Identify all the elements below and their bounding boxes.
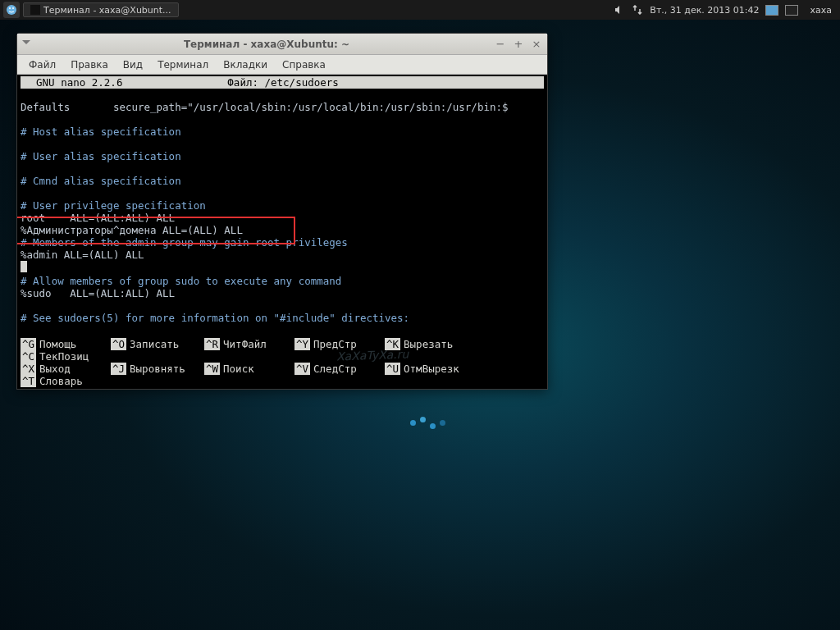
file-line: %Администраторы^домена ALL=(ALL) ALL (21, 224, 544, 236)
nano-shortcut: ^OЗаписать (111, 338, 201, 350)
nano-content[interactable]: Defaults secure_path="/usr/local/sbin:/u… (21, 89, 544, 336)
watermark: XaXaTyXa.ru (336, 347, 409, 363)
nano-shortcut: ^GПомощь (21, 338, 107, 350)
nano-shortcut: ^CТекПозиц (21, 350, 103, 363)
menu-справка[interactable]: Справка (276, 57, 332, 72)
file-line (21, 324, 544, 336)
nano-shortcuts: ^GПомощь^OЗаписать^RЧитФайл^YПредСтр^KВы… (17, 338, 547, 389)
nano-shortcut: ^WПоиск (204, 363, 291, 375)
file-line: # User privilege specification (21, 199, 544, 212)
file-line: Defaults secure_path="/usr/local/sbin:/u… (21, 101, 544, 113)
nano-shortcut: ^UОтмВырезк (385, 363, 472, 375)
menu-терминал[interactable]: Терминал (151, 57, 215, 72)
network-icon[interactable] (632, 4, 643, 16)
svg-point-1 (9, 7, 11, 9)
nano-header: GNU nano 2.2.6 Файл: /etc/sudoers (21, 76, 544, 89)
menu-вкладки[interactable]: Вкладки (217, 57, 274, 72)
file-line (21, 299, 544, 312)
taskbar-app-terminal[interactable]: Терминал - xaxa@Xubunt... (23, 2, 179, 17)
nano-shortcut: ^RЧитФайл (204, 338, 291, 350)
close-button[interactable]: × (531, 39, 542, 50)
svg-point-0 (7, 5, 16, 15)
nano-shortcut: ^VСледСтр (294, 363, 381, 375)
file-line: # Members of the admin group may gain ro… (21, 236, 544, 249)
file-line: # See sudoers(5) for more information on… (21, 312, 544, 324)
clock[interactable]: Вт., 31 дек. 2013 01:42 (650, 5, 759, 16)
file-line: # Host alias specification (21, 126, 544, 138)
terminal-body[interactable]: GNU nano 2.2.6 Файл: /etc/sudoers Defaul… (17, 75, 547, 389)
file-line (21, 113, 544, 126)
terminal-icon (30, 5, 40, 15)
file-line: # Cmnd alias specification (21, 175, 544, 187)
nano-shortcut: ^JВыровнять (111, 363, 201, 375)
nano-shortcut: ^TСловарь (21, 375, 103, 387)
workspace-2[interactable] (785, 5, 798, 16)
workspace-1[interactable] (765, 5, 778, 16)
taskbar-app-label: Терминал - xaxa@Xubunt... (43, 5, 171, 16)
file-line: %admin ALL=(ALL) ALL (21, 249, 544, 261)
menu-вид[interactable]: Вид (116, 57, 149, 72)
loading-indicator (410, 420, 445, 426)
window-menu-icon[interactable] (22, 39, 34, 50)
user-label[interactable]: xaxa (805, 5, 837, 16)
file-line: root ALL=(ALL:ALL) ALL (21, 212, 544, 224)
maximize-button[interactable]: + (513, 39, 524, 50)
file-line: # Allow members of group sudo to execute… (21, 275, 544, 287)
file-line: # User alias specification (21, 150, 544, 162)
taskbar: Терминал - xaxa@Xubunt... Вт., 31 дек. 2… (0, 0, 840, 20)
file-line (21, 187, 544, 199)
window-titlebar[interactable]: Терминал - xaxa@Xubuntu: ~ − + × (17, 34, 547, 55)
minimize-button[interactable]: − (495, 39, 506, 50)
file-line (21, 89, 544, 101)
applications-menu-icon[interactable] (3, 2, 20, 18)
menu-правка[interactable]: Правка (64, 57, 115, 72)
file-line (21, 162, 544, 175)
terminal-window: Терминал - xaxa@Xubuntu: ~ − + × ФайлПра… (16, 33, 548, 390)
file-line: %sudo ALL=(ALL:ALL) ALL (21, 287, 544, 299)
volume-icon[interactable] (614, 4, 625, 16)
menu-файл[interactable]: Файл (22, 57, 62, 72)
svg-point-2 (12, 7, 14, 9)
cursor (21, 261, 27, 272)
window-title: Терминал - xaxa@Xubuntu: ~ (39, 39, 495, 50)
file-line (21, 138, 544, 150)
nano-shortcut: ^XВыход (21, 363, 107, 375)
menubar: ФайлПравкаВидТерминалВкладкиСправка (17, 55, 547, 75)
file-line (21, 261, 544, 275)
